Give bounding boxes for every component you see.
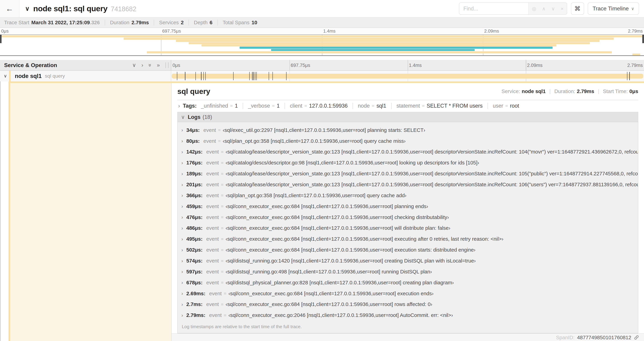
log-expander-icon[interactable]: › — [182, 247, 183, 253]
log-entry[interactable]: ›502μs:event=‹sql/conn_executor_exec.go:… — [178, 244, 638, 255]
equals-sign: = — [218, 127, 220, 133]
log-marker-tick — [254, 72, 254, 80]
log-expander-icon[interactable]: › — [182, 138, 183, 144]
log-timestamp: 597μs: — [186, 269, 202, 275]
keyboard-shortcuts-button[interactable]: ⌘ — [571, 3, 584, 15]
duration-value: 2.79ms — [132, 20, 149, 26]
log-entry[interactable]: ›80μs:event=‹sql/plan_opt.go:358 [nsql1,… — [178, 136, 638, 146]
log-entry[interactable]: ›201μs:event=‹sql/catalog/lease/descript… — [178, 179, 638, 190]
duration-label: Duration — [110, 20, 130, 26]
total-spans-value: 10 — [252, 20, 257, 26]
find-input[interactable] — [459, 3, 528, 14]
span-row[interactable]: ∨ node sql1 sql query — [0, 71, 644, 82]
log-expander-icon[interactable]: › — [182, 171, 183, 177]
tag-value: SELECT * FROM users — [426, 103, 482, 109]
ruler-grid-line — [526, 60, 526, 70]
log-expander-icon[interactable]: › — [182, 269, 183, 274]
ruler-tick-label: 0μs — [1, 29, 9, 34]
log-entry[interactable]: ›574μs:event=‹sql/distsql_running.go:142… — [178, 255, 638, 266]
log-expander-icon[interactable]: › — [182, 203, 183, 209]
log-entry[interactable]: ›2.79ms:event=‹sql/conn_executor_exec.go… — [178, 310, 638, 321]
log-entry[interactable]: ›459μs:event=‹sql/conn_executor_exec.go:… — [178, 201, 638, 212]
collapse-trace-header-icon[interactable]: ∨ — [25, 5, 30, 12]
span-detail-panel: sql query Service:node sql1 | Duration:2… — [172, 82, 644, 341]
equals-sign: = — [221, 204, 224, 209]
log-timestamp: 189μs: — [186, 171, 202, 177]
log-expander-icon[interactable]: › — [182, 236, 183, 242]
collapse-all-icon[interactable]: » — [147, 64, 153, 67]
next-result-icon[interactable]: ∨ — [552, 6, 555, 11]
log-timestamp: 142μs: — [186, 149, 202, 155]
tag-item[interactable]: _verbose=1 — [248, 103, 285, 109]
span-duration-bar[interactable] — [172, 74, 643, 79]
equals-sign: = — [221, 280, 224, 285]
tag-key: client — [290, 103, 302, 109]
logs-expander-icon[interactable]: ∨ — [181, 114, 185, 120]
log-entry[interactable]: ›495μs:event=‹sql/conn_executor_exec.go:… — [178, 234, 638, 244]
span-detail-accent-strip — [8, 82, 644, 83]
total-spans-item: Total Spans 10 — [223, 20, 262, 26]
expand-one-icon[interactable]: › — [142, 63, 143, 68]
ruler-tick-label: 2.09ms — [527, 63, 542, 68]
minimap-right-scrub-handle[interactable] — [642, 35, 644, 43]
equals-sign: = — [372, 103, 374, 109]
log-expander-icon[interactable]: › — [182, 192, 183, 198]
log-expander-icon[interactable]: › — [182, 290, 183, 296]
tag-item[interactable]: user=root — [493, 103, 524, 109]
tag-item[interactable]: statement=SELECT * FROM users — [396, 103, 488, 109]
span-row-track[interactable] — [171, 71, 644, 82]
prev-result-icon[interactable]: ∧ — [542, 6, 546, 11]
tags-expander-icon[interactable]: › — [178, 103, 180, 109]
log-entry[interactable]: ›366μs:event=‹sql/plan_opt.go:358 [nsql1… — [178, 190, 638, 201]
minimap-canvas[interactable] — [0, 35, 644, 56]
log-entry[interactable]: ›486μs:event=‹sql/conn_executor_exec.go:… — [178, 223, 638, 234]
log-expander-icon[interactable]: › — [182, 182, 183, 187]
log-expander-icon[interactable]: › — [182, 127, 183, 133]
log-entry[interactable]: ›2.69ms:event=‹sql/conn_executor_exec.go… — [178, 288, 638, 299]
tag-item[interactable]: _unfinished=1 — [201, 103, 243, 109]
log-entry[interactable]: ›189μs:event=‹sql/catalog/lease/descript… — [178, 168, 638, 179]
span-detail-meta: Service:node sql1 | Duration:2.79ms | St… — [502, 88, 638, 94]
logs-header[interactable]: ∨ Logs (18) — [178, 112, 638, 122]
log-expander-icon[interactable]: › — [182, 258, 183, 264]
log-field-value: ‹sql/conn_executor_exec.go:2046 [nsql1,c… — [228, 312, 453, 318]
log-marker-tick — [249, 72, 250, 80]
log-field-value: ‹sql/plan_opt.go:358 [nsql1,client=127.0… — [223, 138, 406, 144]
clear-search-icon[interactable]: × — [561, 6, 564, 11]
span-expander-icon[interactable]: ∨ — [4, 73, 8, 79]
log-entry[interactable]: ›142μs:event=‹sql/catalog/lease/descript… — [178, 146, 638, 157]
log-entry[interactable]: ›34μs:event=‹sql/exec_util.go:2297 [nsql… — [178, 125, 638, 136]
log-entry[interactable]: ›597μs:event=‹sql/distsql_running.go:498… — [178, 266, 638, 277]
log-entry[interactable]: ›2.7ms:event=‹sql/conn_executor_exec.go:… — [178, 299, 638, 310]
equals-sign: = — [221, 236, 224, 242]
minimap-left-scrub-handle[interactable] — [0, 35, 2, 43]
tag-item[interactable]: node=sql1 — [358, 103, 392, 109]
tag-value: sql1 — [376, 103, 386, 109]
minimap-span — [176, 40, 600, 42]
locate-icon[interactable]: ◎ — [532, 6, 536, 11]
collapse-one-icon[interactable]: ∨ — [132, 63, 136, 68]
log-expander-icon[interactable]: › — [182, 312, 183, 318]
deep-link-icon[interactable] — [634, 335, 639, 340]
expand-all-icon[interactable]: » — [157, 63, 160, 68]
view-selector-button[interactable]: Trace Timeline ∨ — [588, 3, 639, 15]
log-timestamp: 2.69ms: — [186, 290, 205, 296]
log-expander-icon[interactable]: › — [182, 301, 183, 307]
log-expander-icon[interactable]: › — [182, 160, 183, 166]
log-expander-icon[interactable]: › — [182, 225, 183, 231]
trace-start-label: Trace Start — [4, 20, 30, 26]
log-expander-icon[interactable]: › — [182, 280, 183, 285]
tag-item[interactable]: client=127.0.0.1:59936 — [290, 103, 353, 109]
log-marker-tick — [255, 72, 255, 80]
log-marker-tick — [286, 72, 286, 80]
back-button[interactable]: ← — [0, 0, 20, 17]
tag-value: 1 — [235, 103, 238, 109]
tag-value: 127.0.0.1:59936 — [309, 103, 348, 109]
log-entry[interactable]: ›476μs:event=‹sql/conn_executor_exec.go:… — [178, 212, 638, 223]
log-entry[interactable]: ›678μs:event=‹sql/distsql_physical_plann… — [178, 277, 638, 288]
tags-row[interactable]: › Tags: _unfinished=1_verbose=1client=12… — [177, 100, 638, 112]
log-expander-icon[interactable]: › — [182, 214, 183, 220]
column-resizer-handle[interactable] — [166, 62, 168, 68]
log-entry[interactable]: ›176μs:event=‹sql/catalog/descs/descript… — [178, 157, 638, 168]
log-expander-icon[interactable]: › — [182, 149, 183, 155]
